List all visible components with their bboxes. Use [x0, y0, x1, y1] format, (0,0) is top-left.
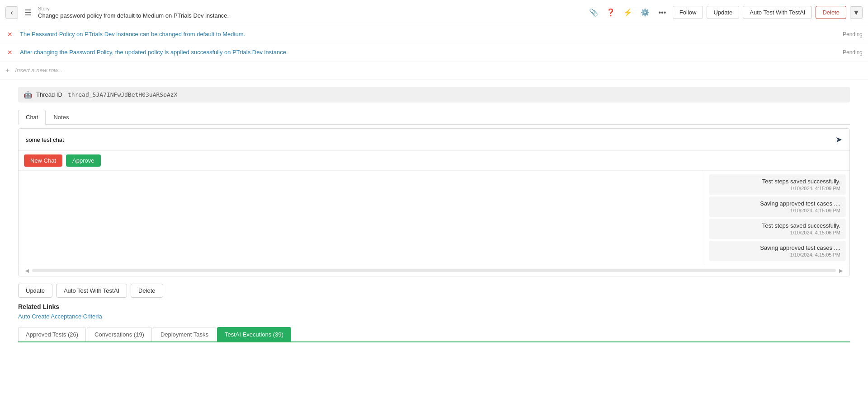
- hscroll-left-arrow[interactable]: ◄: [22, 267, 32, 274]
- chat-message-text-1: Test steps saved successfully.: [714, 178, 840, 185]
- thread-section: 🤖 Thread ID thread_5JA7INFwJdBetH03uARSo…: [18, 87, 850, 103]
- row-delete-btn-1[interactable]: ✕: [5, 30, 14, 39]
- new-chat-button[interactable]: New Chat: [24, 154, 62, 167]
- chat-message-time-1: 1/10/2024, 4:15:09 PM: [714, 186, 840, 191]
- related-links: Related Links Auto Create Acceptance Cri…: [18, 303, 850, 320]
- update-header-button[interactable]: Update: [707, 6, 739, 19]
- tab-notes[interactable]: Notes: [46, 110, 76, 125]
- tab-testai-executions[interactable]: TestAI Executions (39): [217, 327, 291, 341]
- auto-test-header-button[interactable]: Auto Test With TestAI: [743, 6, 812, 19]
- tab-conversations[interactable]: Conversations (19): [87, 327, 152, 341]
- related-links-title: Related Links: [18, 303, 850, 310]
- chat-message-time-2: 1/10/2024, 4:15:09 PM: [714, 208, 840, 213]
- lightning-button[interactable]: ⚡: [621, 6, 635, 19]
- story-label: Story: [38, 6, 587, 11]
- bottom-actions: Update Auto Test With TestAI Delete: [18, 284, 850, 298]
- delete-header-button[interactable]: Delete: [816, 6, 846, 19]
- chat-hscroll: ◄ ►: [19, 265, 849, 276]
- chat-messages-wrapper: Test steps saved successfully. 1/10/2024…: [19, 171, 849, 265]
- thread-icon: 🤖: [24, 90, 33, 99]
- insert-row[interactable]: + Insert a new row...: [0, 61, 868, 79]
- row-delete-btn-2[interactable]: ✕: [5, 48, 14, 57]
- hscroll-track[interactable]: [32, 269, 836, 272]
- tab-chat[interactable]: Chat: [18, 110, 46, 125]
- settings-button[interactable]: ⚙️: [638, 6, 652, 19]
- update-bottom-button[interactable]: Update: [18, 284, 52, 298]
- more-button[interactable]: •••: [656, 6, 669, 19]
- chat-message-text-3: Test steps saved successfully.: [714, 222, 840, 229]
- bottom-tabs: Approved Tests (26) Conversations (19) D…: [18, 327, 850, 342]
- chat-input-row: ➤: [19, 129, 849, 151]
- help-button[interactable]: ❓: [604, 6, 618, 19]
- tabs-container: Chat Notes: [18, 110, 850, 125]
- tabs: Chat Notes: [18, 110, 850, 125]
- chat-message-2: Saving approved test cases .... 1/10/202…: [709, 196, 846, 217]
- nav-buttons: ‹: [5, 6, 18, 19]
- header-title: Story Change password policy from defaul…: [38, 6, 587, 19]
- hscroll-right-arrow[interactable]: ►: [836, 267, 846, 274]
- thread-label: Thread ID: [36, 91, 62, 98]
- chat-input[interactable]: [22, 131, 831, 149]
- chat-message-time-4: 1/10/2024, 4:15:05 PM: [714, 252, 840, 257]
- row-status-2: Pending: [843, 49, 863, 56]
- story-description: Change password policy from default to M…: [38, 12, 587, 19]
- thread-value: thread_5JA7INFwJdBetH03uARSoAzX: [68, 91, 178, 98]
- chat-message-1: Test steps saved successfully. 1/10/2024…: [709, 174, 846, 195]
- auto-test-bottom-button[interactable]: Auto Test With TestAI: [56, 284, 127, 298]
- scroll-down-button[interactable]: ▼: [850, 6, 863, 19]
- back-button[interactable]: ‹: [5, 6, 18, 19]
- insert-placeholder: Insert a new row...: [15, 67, 63, 74]
- table-row: ✕ After changing the Password Policy, th…: [0, 43, 868, 61]
- table-row: ✕ The Password Policy on PTrials Dev ins…: [0, 25, 868, 43]
- chat-messages-right[interactable]: Test steps saved successfully. 1/10/2024…: [705, 171, 849, 265]
- row-text-1: The Password Policy on PTrials Dev insta…: [20, 31, 837, 37]
- chat-message-text-2: Saving approved test cases ....: [714, 200, 840, 207]
- chat-panel: ➤ New Chat Approve Test steps saved succ…: [18, 128, 850, 276]
- row-status-1: Pending: [843, 31, 863, 37]
- send-button[interactable]: ➤: [831, 132, 846, 147]
- follow-button[interactable]: Follow: [673, 6, 703, 19]
- chat-message-time-3: 1/10/2024, 4:15:06 PM: [714, 230, 840, 235]
- hamburger-button[interactable]: ☰: [22, 6, 34, 19]
- header-actions: 📎 ❓ ⚡ ⚙️ ••• Follow Update Auto Test Wit…: [587, 6, 863, 19]
- delete-bottom-button[interactable]: Delete: [131, 284, 163, 298]
- row-text-2: After changing the Password Policy, the …: [20, 49, 837, 56]
- attachment-button[interactable]: 📎: [587, 6, 600, 19]
- chat-message-4: Saving approved test cases .... 1/10/202…: [709, 241, 846, 261]
- tab-approved-tests[interactable]: Approved Tests (26): [18, 327, 86, 341]
- chat-toolbar: New Chat Approve: [19, 151, 849, 171]
- header: ‹ ☰ Story Change password policy from de…: [0, 0, 868, 25]
- tab-deployment-tasks[interactable]: Deployment Tasks: [153, 327, 216, 341]
- auto-create-acceptance-criteria-link[interactable]: Auto Create Acceptance Criteria: [18, 313, 102, 320]
- chat-message-3: Test steps saved successfully. 1/10/2024…: [709, 219, 846, 239]
- chat-messages-left: [19, 171, 705, 265]
- table-section: ✕ The Password Policy on PTrials Dev ins…: [0, 25, 868, 79]
- chat-message-text-4: Saving approved test cases ....: [714, 244, 840, 251]
- plus-icon: +: [5, 66, 9, 75]
- bottom-tabs-list: Approved Tests (26) Conversations (19) D…: [18, 327, 850, 342]
- approve-button[interactable]: Approve: [66, 154, 100, 167]
